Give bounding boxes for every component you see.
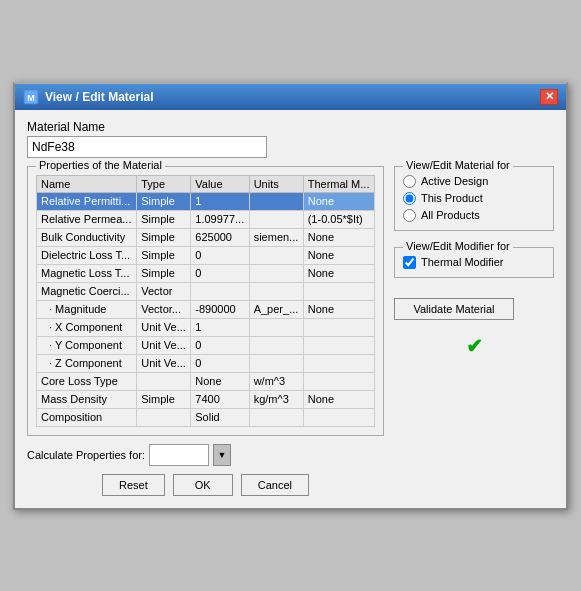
cell-name: Dielectric Loss T...	[37, 246, 137, 264]
table-row[interactable]: Bulk ConductivitySimple625000siemen...No…	[37, 228, 375, 246]
cell-thermal	[303, 318, 374, 336]
properties-group: Properties of the Material Name Type Val…	[27, 166, 384, 436]
main-window: M View / Edit Material ✕ Material Name P…	[13, 82, 568, 510]
radio-active-design-input[interactable]	[403, 175, 416, 188]
cell-type: Vector	[137, 282, 191, 300]
table-row[interactable]: Magnetic Loss T...Simple0None	[37, 264, 375, 282]
cell-units	[249, 264, 303, 282]
cell-type: Simple	[137, 264, 191, 282]
cell-thermal: (1-0.05*$It)	[303, 210, 374, 228]
radio-this-product-label: This Product	[421, 192, 483, 204]
cell-name: · X Component	[37, 318, 137, 336]
radio-group: Active Design This Product All Products	[403, 175, 545, 222]
cell-value: 0	[191, 336, 249, 354]
thermal-modifier-checkbox[interactable]	[403, 256, 416, 269]
material-name-row: Material Name	[27, 120, 554, 158]
view-edit-modifier-group: View/Edit Modifier for Thermal Modifier	[394, 247, 554, 278]
cell-type: Simple	[137, 246, 191, 264]
dropdown-arrow[interactable]: ▼	[213, 444, 231, 466]
cell-name: Relative Permitti...	[37, 192, 137, 210]
cell-units	[249, 336, 303, 354]
view-edit-for-group: View/Edit Material for Active Design Thi…	[394, 166, 554, 231]
cell-units	[249, 318, 303, 336]
cell-name: · Magnitude	[37, 300, 137, 318]
table-row[interactable]: · X ComponentUnit Ve...1	[37, 318, 375, 336]
cell-value: 625000	[191, 228, 249, 246]
cell-value: 0	[191, 246, 249, 264]
cell-units: kg/m^3	[249, 390, 303, 408]
cell-value: 1	[191, 318, 249, 336]
cell-name: Composition	[37, 408, 137, 426]
cell-name: Bulk Conductivity	[37, 228, 137, 246]
ok-button[interactable]: OK	[173, 474, 233, 496]
table-row[interactable]: Mass DensitySimple7400kg/m^3None	[37, 390, 375, 408]
cell-thermal: None	[303, 192, 374, 210]
cell-type: Unit Ve...	[137, 336, 191, 354]
cell-units	[249, 282, 303, 300]
cell-name: Magnetic Loss T...	[37, 264, 137, 282]
cell-thermal	[303, 282, 374, 300]
cell-type	[137, 372, 191, 390]
cell-units	[249, 354, 303, 372]
cell-type: Simple	[137, 390, 191, 408]
col-thermal: Thermal M...	[303, 175, 374, 192]
radio-all-products-input[interactable]	[403, 209, 416, 222]
cell-name: · Z Component	[37, 354, 137, 372]
cell-type: Simple	[137, 228, 191, 246]
left-panel: Properties of the Material Name Type Val…	[27, 166, 384, 496]
checkmark: ✔	[394, 334, 554, 358]
reset-button[interactable]: Reset	[102, 474, 165, 496]
cell-name: Magnetic Coerci...	[37, 282, 137, 300]
cell-type	[137, 408, 191, 426]
right-panel: View/Edit Material for Active Design Thi…	[394, 166, 554, 496]
close-button[interactable]: ✕	[540, 89, 558, 105]
table-row[interactable]: Core Loss TypeNonew/m^3	[37, 372, 375, 390]
cell-thermal	[303, 408, 374, 426]
cell-units	[249, 408, 303, 426]
table-row[interactable]: · MagnitudeVector...-890000A_per_...None	[37, 300, 375, 318]
window-body: Material Name Properties of the Material…	[15, 110, 566, 508]
title-bar-left: M View / Edit Material	[23, 89, 153, 105]
radio-active-design: Active Design	[403, 175, 545, 188]
properties-table: Name Type Value Units Thermal M... Relat…	[36, 175, 375, 427]
table-row[interactable]: Relative Permea...Simple1.09977...(1-0.0…	[37, 210, 375, 228]
cell-type: Vector...	[137, 300, 191, 318]
table-row[interactable]: Magnetic Coerci...Vector	[37, 282, 375, 300]
radio-all-products: All Products	[403, 209, 545, 222]
table-row[interactable]: · Z ComponentUnit Ve...0	[37, 354, 375, 372]
properties-group-title: Properties of the Material	[36, 159, 165, 171]
cell-thermal	[303, 336, 374, 354]
window-icon: M	[23, 89, 39, 105]
bottom-row: Calculate Properties for: ▼	[27, 444, 384, 466]
calc-dropdown-input[interactable]	[149, 444, 209, 466]
cell-units: w/m^3	[249, 372, 303, 390]
title-bar: M View / Edit Material ✕	[15, 84, 566, 110]
table-row[interactable]: Dielectric Loss T...Simple0None	[37, 246, 375, 264]
cell-thermal	[303, 354, 374, 372]
radio-this-product-input[interactable]	[403, 192, 416, 205]
material-name-input[interactable]	[27, 136, 267, 158]
main-content: Properties of the Material Name Type Val…	[27, 166, 554, 496]
cell-thermal	[303, 372, 374, 390]
table-row[interactable]: Relative Permitti...Simple1None	[37, 192, 375, 210]
material-name-label: Material Name	[27, 120, 554, 134]
table-row[interactable]: · Y ComponentUnit Ve...0	[37, 336, 375, 354]
cell-units	[249, 192, 303, 210]
cell-value: Solid	[191, 408, 249, 426]
cell-thermal: None	[303, 390, 374, 408]
cell-type: Unit Ve...	[137, 354, 191, 372]
col-value: Value	[191, 175, 249, 192]
svg-text:M: M	[27, 93, 35, 103]
cell-type: Simple	[137, 192, 191, 210]
btn-row: Reset OK Cancel	[27, 474, 384, 496]
cell-value	[191, 282, 249, 300]
cell-thermal: None	[303, 228, 374, 246]
cell-units	[249, 246, 303, 264]
cell-type: Simple	[137, 210, 191, 228]
radio-all-products-label: All Products	[421, 209, 480, 221]
col-units: Units	[249, 175, 303, 192]
cancel-button[interactable]: Cancel	[241, 474, 309, 496]
cell-value: -890000	[191, 300, 249, 318]
validate-material-button[interactable]: Validate Material	[394, 298, 514, 320]
table-row[interactable]: CompositionSolid	[37, 408, 375, 426]
